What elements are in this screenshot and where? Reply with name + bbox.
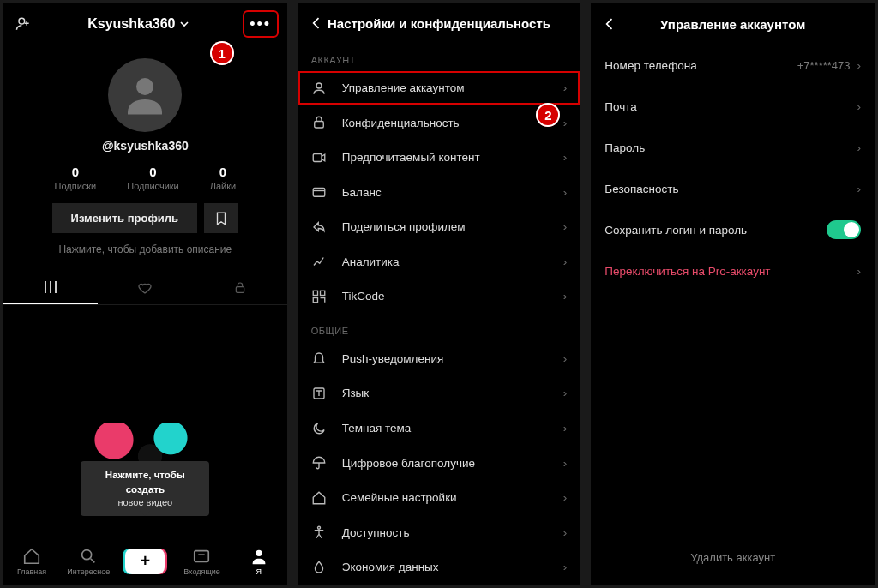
person-outline-icon: [311, 81, 330, 96]
back-button[interactable]: [308, 15, 342, 32]
edit-profile-button[interactable]: Изменить профиль: [52, 203, 198, 233]
svg-rect-2: [236, 286, 244, 292]
svg-point-1: [136, 78, 153, 95]
row-content-pref[interactable]: Предпочитаемый контент ›: [298, 140, 581, 175]
chevron-right-icon: ›: [563, 457, 568, 470]
bookmark-button[interactable]: [204, 203, 238, 233]
chevron-right-icon: ›: [857, 100, 862, 113]
chevron-right-icon: ›: [563, 151, 568, 164]
tooltip-sub: новое видео: [117, 497, 172, 507]
profile-stats: 0 Подписки 0 Подписчики 0 Лайки: [3, 165, 287, 191]
chevron-right-icon: ›: [563, 526, 568, 539]
row-balance[interactable]: Баланс ›: [298, 175, 581, 210]
profile-header: Ksyushka360 ••• 1: [3, 3, 287, 45]
row-language[interactable]: Язык ›: [298, 376, 581, 411]
create-video-tooltip: Нажмите, чтобы создать новое видео: [81, 423, 209, 516]
callout-badge-1: 1: [210, 41, 234, 65]
stat-followers[interactable]: 0 Подписчики: [127, 165, 179, 191]
tab-home[interactable]: Главная: [3, 547, 60, 576]
tab-inbox[interactable]: Входящие: [173, 547, 230, 576]
heart-icon: [137, 280, 153, 296]
home-outline-icon: [311, 490, 330, 506]
row-wellbeing[interactable]: Цифровое благополучие ›: [298, 446, 581, 481]
chart-icon: [311, 254, 330, 269]
tab-private[interactable]: [192, 271, 286, 304]
row-family[interactable]: Семейные настройки ›: [298, 480, 581, 515]
manage-account-screen: Управление аккаунтом Номер телефона +7**…: [591, 3, 875, 585]
chevron-right-icon: ›: [857, 265, 862, 278]
row-phone[interactable]: Номер телефона +7*****473 ›: [591, 45, 875, 86]
section-account-label: АККАУНТ: [298, 43, 581, 70]
share-icon: [311, 219, 330, 235]
row-dark-theme[interactable]: Темная тема ›: [298, 411, 581, 446]
tab-discover[interactable]: Интересное: [60, 547, 117, 576]
avatar[interactable]: [108, 58, 182, 132]
droplet-icon: [311, 560, 330, 575]
moon-icon: [311, 421, 330, 436]
username-dropdown[interactable]: Ksyushka360: [34, 16, 243, 32]
bell-icon: [311, 351, 330, 366]
row-email[interactable]: Почта ›: [591, 86, 875, 127]
stat-following[interactable]: 0 Подписки: [54, 165, 96, 191]
language-icon: [311, 386, 330, 401]
svg-point-6: [316, 83, 322, 88]
row-tikcode[interactable]: TikCode ›: [298, 279, 581, 315]
add-friend-icon[interactable]: [12, 13, 34, 35]
chevron-right-icon: ›: [563, 255, 568, 268]
chevron-down-icon: [180, 20, 189, 28]
tooltip-art: [93, 423, 196, 465]
manage-header: Управление аккаунтом: [591, 3, 875, 45]
back-button[interactable]: [601, 15, 635, 33]
settings-screen: Настройки и конфиденциальность АККАУНТ У…: [298, 3, 581, 585]
svg-point-5: [256, 549, 262, 555]
accessibility-icon: [311, 525, 330, 540]
row-security[interactable]: Безопасность ›: [591, 168, 875, 209]
svg-point-3: [82, 549, 92, 559]
chevron-right-icon: ›: [563, 186, 568, 199]
svg-rect-7: [314, 122, 323, 129]
tooltip-bold: Нажмите, чтобы создать: [89, 468, 201, 495]
svg-rect-8: [313, 153, 322, 161]
lock-icon: [233, 281, 247, 295]
inbox-icon: [192, 547, 211, 566]
chevron-left-icon: [308, 15, 325, 32]
chevron-left-icon: [601, 15, 618, 33]
row-save-login[interactable]: Сохранить логин и пароль: [591, 209, 875, 250]
chevron-right-icon: ›: [563, 352, 568, 365]
chevron-right-icon: ›: [857, 141, 862, 154]
svg-rect-10: [313, 291, 317, 295]
more-options-button[interactable]: ••• 1: [243, 10, 279, 38]
row-accessibility[interactable]: Доступность ›: [298, 515, 581, 550]
row-manage-account[interactable]: Управление аккаунтом › 2: [298, 70, 581, 105]
settings-header: Настройки и конфиденциальность: [298, 3, 581, 43]
chevron-right-icon: ›: [563, 81, 568, 94]
tab-create[interactable]: +: [117, 549, 173, 574]
chevron-right-icon: ›: [563, 387, 568, 399]
profile-content-tabs: [3, 271, 287, 305]
stat-likes[interactable]: 0 Лайки: [210, 165, 236, 191]
row-share-profile[interactable]: Поделиться профилем ›: [298, 210, 581, 245]
bio-prompt[interactable]: Нажмите, чтобы добавить описание: [3, 243, 287, 255]
row-analytics[interactable]: Аналитика ›: [298, 244, 581, 279]
chevron-right-icon: ›: [563, 117, 568, 129]
delete-account-link[interactable]: Удалить аккаунт: [591, 551, 875, 564]
row-data-saver[interactable]: Экономия данных ›: [298, 549, 581, 585]
tab-me[interactable]: Я: [231, 547, 287, 576]
svg-rect-9: [313, 189, 325, 197]
svg-rect-12: [313, 297, 317, 302]
chevron-right-icon: ›: [857, 183, 862, 195]
profile-buttons: Изменить профиль: [3, 203, 287, 233]
video-icon: [311, 150, 330, 165]
chevron-right-icon: ›: [563, 290, 568, 303]
svg-point-14: [317, 526, 320, 529]
row-switch-pro[interactable]: Переключиться на Pro-аккаунт ›: [591, 250, 875, 291]
row-password[interactable]: Пароль ›: [591, 127, 875, 168]
bookmark-icon: [213, 211, 229, 226]
row-push[interactable]: Push-уведомления ›: [298, 341, 581, 376]
chevron-right-icon: ›: [563, 561, 568, 573]
profile-handle: @ksyushka360: [3, 139, 287, 153]
tab-liked[interactable]: [98, 271, 192, 304]
username-text: Ksyushka360: [87, 16, 175, 32]
save-login-toggle[interactable]: [827, 220, 861, 239]
tab-grid[interactable]: [3, 271, 98, 304]
